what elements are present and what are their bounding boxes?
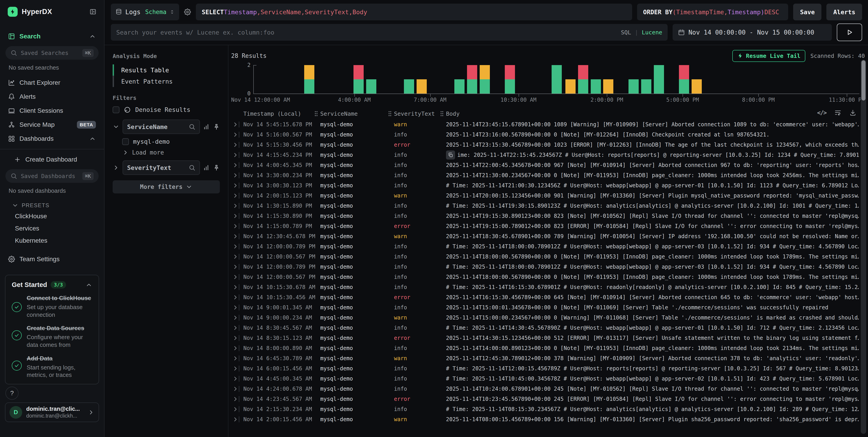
create-dashboard-button[interactable]: Create Dashboard <box>5 153 99 167</box>
event-search-input[interactable]: Search your events w/ Lucene ex. column:… <box>111 24 668 41</box>
log-row[interactable]: Nov 14 5:45:15.678 PMmysql-demowarn2025-… <box>231 119 868 130</box>
log-row[interactable]: Nov 14 6:00:15.456 AMmysql-demoinfo# Tim… <box>231 363 868 373</box>
expand-row-icon[interactable] <box>231 141 239 148</box>
log-row[interactable]: Nov 14 4:15:45.234 PMmysql-demoinfoime: … <box>231 150 868 160</box>
log-row[interactable]: Nov 14 8:30:15.123 AMmysql-demoerror2025… <box>231 333 868 343</box>
wrap-lines-icon[interactable] <box>835 109 841 116</box>
analysis-mode-results-table[interactable]: Results Table <box>113 64 220 76</box>
source-selector[interactable]: Logs Schema <box>111 4 179 20</box>
date-range-picker[interactable]: Nov 14 00:00:00 - Nov 15 00:00:00 <box>673 24 832 41</box>
expand-row-icon[interactable] <box>231 294 239 301</box>
checkbox[interactable] <box>113 106 119 113</box>
expand-row-icon[interactable] <box>231 325 239 331</box>
alerts-button[interactable]: Alerts <box>827 4 862 20</box>
expand-row-icon[interactable] <box>231 385 239 392</box>
load-more-button[interactable]: Load more <box>113 146 220 158</box>
sidebar-item-dashboards[interactable]: Dashboards <box>5 132 99 146</box>
column-header-body[interactable]: Body <box>446 110 834 117</box>
log-row[interactable]: Nov 14 1:15:00.789 PMmysql-demoerror2025… <box>231 221 868 231</box>
log-row[interactable]: Nov 14 9:00:00.234 AMmysql-demowarn2025-… <box>231 312 868 323</box>
expand-row-icon[interactable] <box>231 213 239 220</box>
expand-row-icon[interactable] <box>231 233 239 240</box>
log-row[interactable]: Nov 14 12:00:00.567 PMmysql-demoinfo2025… <box>231 251 868 262</box>
bar-chart-icon[interactable] <box>203 123 210 130</box>
sidebar-collapse-icon[interactable] <box>90 8 96 15</box>
expand-row-icon[interactable] <box>231 192 239 199</box>
expand-row-icon[interactable] <box>231 152 239 158</box>
log-row[interactable]: Nov 14 6:45:30.789 AMmysql-demowarn2025-… <box>231 353 868 363</box>
log-row[interactable]: Nov 14 2:00:15.123 PMmysql-demowarn2025-… <box>231 191 868 201</box>
log-row[interactable]: Nov 14 10:15:30.678 AMmysql-demoinfo# Ti… <box>231 282 868 292</box>
log-row[interactable]: Nov 14 12:30:45.678 PMmysql-demowarn2025… <box>231 231 868 241</box>
order-by-input[interactable]: ORDER BY (TimestampTime, Timestamp) DESC <box>637 4 788 20</box>
vertical-scrollbar[interactable] <box>861 60 866 434</box>
log-row[interactable]: Nov 14 8:30:45.567 AMmysql-demoinfo# Tim… <box>231 323 868 333</box>
log-row[interactable]: Nov 14 10:15:30.456 AMmysql-demoerror202… <box>231 292 868 302</box>
sidebar-item-client-sessions[interactable]: Client Sessions <box>5 104 99 118</box>
get-started-item-add-data[interactable]: Add Data Start sending logs, metrics, or… <box>12 355 92 379</box>
expand-row-icon[interactable] <box>231 172 239 179</box>
preset-kubernetes[interactable]: Kubernetes <box>5 235 99 247</box>
expand-row-icon[interactable] <box>231 223 239 230</box>
copy-icon[interactable] <box>446 150 455 160</box>
log-row[interactable]: Nov 14 2:00:15.456 AMmysql-demowarn2025-… <box>231 414 868 424</box>
filter-value-mysql-demo[interactable]: mysql-demo <box>113 135 220 146</box>
select-query-input[interactable]: SELECT Timestamp,ServiceName,SeverityTex… <box>196 4 632 20</box>
chevron-down-icon[interactable] <box>113 123 119 130</box>
drag-handle-icon[interactable] <box>388 111 392 116</box>
help-button[interactable]: ? <box>5 386 19 400</box>
sidebar-item-team-settings[interactable]: Team Settings <box>5 252 99 266</box>
expand-row-icon[interactable] <box>231 355 239 362</box>
log-row[interactable]: Nov 14 1:15:30.890 PMmysql-demoinfo2025-… <box>231 211 868 221</box>
expand-row-icon[interactable] <box>231 406 239 413</box>
run-query-button[interactable] <box>837 24 862 41</box>
sidebar-item-service-map[interactable]: Service MapBETA <box>5 118 99 132</box>
expand-row-icon[interactable] <box>231 243 239 250</box>
get-started-item-create-data-sources[interactable]: Create Data Sources Configure where your… <box>12 325 92 349</box>
expand-row-icon[interactable] <box>231 345 239 351</box>
user-menu[interactable]: D dominic.tran@clic... dominic.tran@clic… <box>5 402 99 422</box>
log-row[interactable]: Nov 14 5:16:00.567 PMmysql-demoinfo2025-… <box>231 130 868 140</box>
expand-row-icon[interactable] <box>231 314 239 321</box>
expand-row-icon[interactable] <box>231 416 239 423</box>
column-header-severitytext[interactable]: SeverityText <box>394 110 446 117</box>
sidebar-item-chart-explorer[interactable]: Chart Explorer <box>5 76 99 90</box>
resume-live-tail-button[interactable]: Resume Live Tail <box>732 50 805 62</box>
log-row[interactable]: Nov 14 4:23:45.567 AMmysql-demoerror2025… <box>231 394 868 404</box>
expand-row-icon[interactable] <box>231 304 239 311</box>
expand-row-icon[interactable] <box>231 121 239 128</box>
more-filters-button[interactable]: More filters <box>113 180 220 194</box>
drag-handle-icon[interactable] <box>314 111 318 116</box>
saved-dashboards-input[interactable]: Saved Dashboards ⌘K <box>5 169 99 183</box>
code-view-icon[interactable]: </> <box>817 109 827 116</box>
download-icon[interactable] <box>849 109 856 116</box>
denoise-results-toggle[interactable]: Denoise Results <box>113 106 220 113</box>
chevron-right-icon[interactable] <box>113 164 119 171</box>
expand-row-icon[interactable] <box>231 202 239 209</box>
log-row[interactable]: Nov 14 1:30:15.890 PMmysql-demoinfo# Tim… <box>231 201 868 211</box>
expand-row-icon[interactable] <box>231 284 239 291</box>
source-settings-gear-icon[interactable] <box>184 9 191 15</box>
filter-field-severitytext[interactable]: SeverityText <box>123 161 200 175</box>
expand-row-icon[interactable] <box>231 182 239 189</box>
column-header-timestamp[interactable]: Timestamp (Local) <box>243 110 320 117</box>
presets-toggle[interactable]: PRESETS <box>5 199 99 210</box>
preset-services[interactable]: Services <box>5 222 99 235</box>
log-row[interactable]: Nov 14 8:00:00.890 AMmysql-demoinfo2025-… <box>231 343 868 353</box>
log-row[interactable]: Nov 14 12:00:00.567 PMmysql-demoinfo2025… <box>231 272 868 282</box>
log-row[interactable]: Nov 14 4:00:45.345 PMmysql-demoinfo2025-… <box>231 160 868 170</box>
filter-field-servicename[interactable]: ServiceName <box>123 120 200 134</box>
lucene-toggle[interactable]: Lucene <box>642 29 662 36</box>
log-row[interactable]: Nov 14 2:15:30.234 AMmysql-demoinfo# Tim… <box>231 404 868 414</box>
analysis-mode-event-patterns[interactable]: Event Patterns <box>113 76 220 87</box>
sidebar-item-alerts[interactable]: Alerts <box>5 90 99 104</box>
log-row[interactable]: Nov 14 3:30:00.234 PMmysql-demoinfo2025-… <box>231 170 868 180</box>
log-row[interactable]: Nov 14 4:45:00.345 AMmysql-demoinfo# Tim… <box>231 373 868 384</box>
log-row[interactable]: Nov 14 4:24:00.678 AMmysql-demoinfo2025-… <box>231 384 868 394</box>
expand-row-icon[interactable] <box>231 375 239 382</box>
get-started-header[interactable]: Get Started 3/3 <box>12 281 92 289</box>
log-row[interactable]: Nov 14 5:15:30.456 PMmysql-demoerror2025… <box>231 140 868 150</box>
checkbox[interactable] <box>122 138 129 145</box>
log-row[interactable]: Nov 14 12:00:00.789 PMmysql-demoinfo# Ti… <box>231 262 868 272</box>
log-row[interactable]: Nov 14 12:00:00.789 PMmysql-demoinfo# Ti… <box>231 241 868 251</box>
